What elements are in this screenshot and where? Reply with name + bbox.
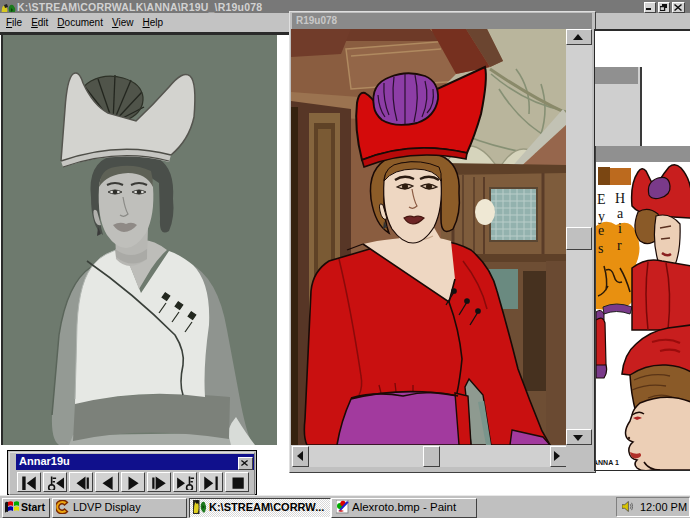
svg-text:y: y [598,209,605,224]
svg-text:i: i [618,221,622,236]
svg-text:e: e [598,223,604,238]
svg-text:H: H [615,191,625,206]
svg-text:r: r [617,238,622,253]
svg-text:E: E [597,192,606,207]
svg-text:ANNA 1: ANNA 1 [596,459,619,466]
svg-text:s: s [598,241,603,256]
svg-text:a: a [617,206,624,221]
